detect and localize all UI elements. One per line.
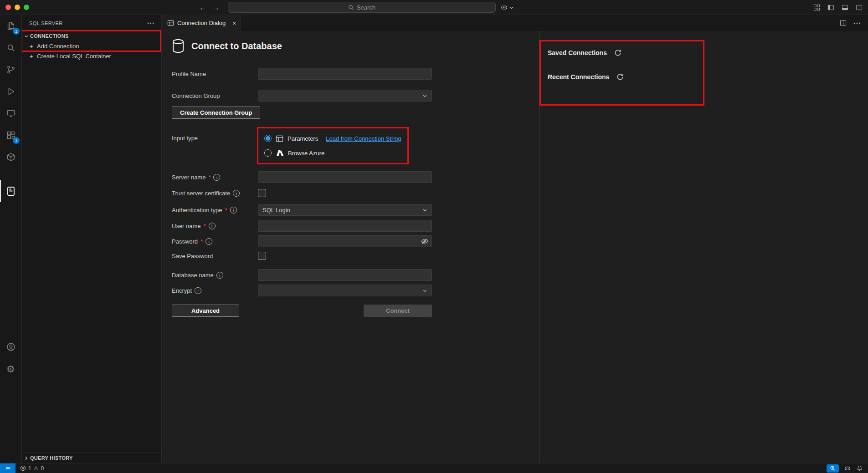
- saved-connections-refresh-button[interactable]: [614, 49, 621, 56]
- query-history-label: QUERY HISTORY: [30, 455, 73, 461]
- recent-connections-refresh-button[interactable]: [616, 73, 624, 81]
- server-name-row: Server name * i: [172, 171, 539, 183]
- problems-status[interactable]: 1 ⚠ 0: [20, 465, 44, 472]
- copilot-status-icon[interactable]: [844, 465, 851, 472]
- close-window-button[interactable]: [5, 5, 11, 10]
- azure-icon: [276, 149, 284, 157]
- activity-bar: 1 1: [0, 15, 22, 463]
- activity-remote-explorer[interactable]: [0, 102, 21, 124]
- close-tab-icon[interactable]: ×: [232, 20, 236, 27]
- sidebar-item-add-connection[interactable]: + Add Connection: [22, 41, 160, 51]
- info-icon: i: [195, 287, 201, 294]
- history-nav: ← →: [199, 0, 220, 15]
- add-connection-label: Add Connection: [37, 43, 79, 50]
- required-marker: *: [204, 223, 206, 229]
- annotation-box-input-type: Parameters Load from Connection String B…: [258, 128, 408, 163]
- activity-extensions[interactable]: 1: [0, 124, 21, 146]
- toggle-panel-icon[interactable]: [842, 4, 848, 11]
- extensions-badge: 1: [13, 137, 20, 144]
- editor-group: Connection Dialog × ···: [162, 15, 868, 463]
- trust-server-certificate-checkbox[interactable]: [258, 189, 266, 197]
- titlebar: ← → Search: [0, 0, 868, 15]
- browse-azure-radio[interactable]: [264, 149, 272, 157]
- toggle-sidebar-icon[interactable]: [827, 4, 834, 11]
- maximize-window-button[interactable]: [24, 5, 29, 10]
- password-row: Password * i: [172, 235, 539, 247]
- activity-bar-bottom: ⚙: [0, 336, 21, 380]
- required-marker: *: [200, 238, 203, 245]
- server-name-label: Server name: [172, 174, 205, 181]
- activity-settings[interactable]: ⚙: [0, 358, 21, 380]
- connections-section-label: CONNECTIONS: [30, 33, 69, 39]
- database-name-label: Database name: [172, 272, 214, 279]
- profile-name-input[interactable]: [258, 68, 432, 80]
- create-connection-group-button[interactable]: Create Connection Group: [172, 107, 260, 119]
- toggle-secondary-sidebar-icon[interactable]: [856, 4, 863, 11]
- trust-certificate-row: Trust server certificate i: [172, 189, 539, 197]
- activity-search[interactable]: [0, 37, 21, 59]
- create-local-sql-container-label: Create Local SQL Container: [37, 53, 111, 60]
- connect-button[interactable]: Connect: [364, 305, 432, 317]
- package-icon: [6, 152, 16, 162]
- sidebar-item-create-local-sql-container[interactable]: + Create Local SQL Container: [22, 51, 161, 61]
- sql-server-icon: [6, 186, 15, 196]
- load-from-connection-string-link[interactable]: Load from Connection String: [326, 135, 401, 142]
- split-editor-icon[interactable]: [840, 20, 847, 26]
- query-history-header[interactable]: QUERY HISTORY: [22, 453, 161, 463]
- save-password-checkbox[interactable]: [258, 252, 266, 260]
- gear-icon: ⚙: [6, 364, 15, 374]
- user-name-input[interactable]: [258, 220, 432, 232]
- annotation-box-connections: CONNECTIONS + Add Connection: [22, 31, 160, 51]
- server-name-input[interactable]: [258, 171, 432, 183]
- activity-accounts[interactable]: [0, 336, 21, 358]
- activity-database-projects[interactable]: [0, 146, 21, 168]
- remote-indicator[interactable]: ><: [0, 463, 15, 473]
- dialog-title: Connect to Database: [191, 41, 282, 51]
- activity-run-debug[interactable]: [0, 81, 21, 102]
- toggle-password-visibility-icon[interactable]: [421, 238, 428, 245]
- error-count: 1: [28, 465, 31, 472]
- profile-name-label: Profile Name: [172, 71, 206, 77]
- run-debug-icon: [6, 86, 16, 97]
- forward-icon[interactable]: →: [213, 4, 220, 11]
- activity-sql-server[interactable]: [0, 180, 21, 202]
- database-name-input[interactable]: [258, 269, 432, 281]
- connection-dialog-form: Connect to Database Profile Name Connect…: [162, 31, 539, 463]
- zoom-status-button[interactable]: [827, 464, 839, 473]
- input-type-label: Input type: [172, 135, 198, 142]
- tab-connection-dialog[interactable]: Connection Dialog ×: [162, 15, 241, 31]
- info-icon: i: [205, 238, 212, 245]
- window-controls: [5, 5, 29, 10]
- remote-icon: ><: [5, 466, 10, 471]
- notifications-bell-icon[interactable]: [856, 465, 863, 472]
- editor-more-actions-icon[interactable]: ···: [853, 20, 861, 26]
- editor-content: Connect to Database Profile Name Connect…: [162, 31, 868, 463]
- minimize-window-button[interactable]: [15, 5, 20, 10]
- encrypt-row: Encrypt i: [172, 285, 539, 296]
- connection-group-row: Connection Group: [172, 90, 539, 102]
- copilot-menu-button[interactable]: [500, 0, 514, 15]
- password-input[interactable]: [258, 235, 432, 247]
- browse-azure-radio-row: Browse Azure: [264, 147, 401, 158]
- parameters-icon: [276, 135, 283, 142]
- saved-connections-row: Saved Connections: [548, 49, 704, 56]
- parameters-radio-row: Parameters Load from Connection String: [264, 133, 401, 144]
- warning-icon: ⚠: [34, 465, 39, 472]
- annotation-box-saved-connections: Saved Connections Recent Connections: [540, 41, 704, 105]
- connections-section-header[interactable]: CONNECTIONS: [22, 31, 160, 41]
- advanced-button[interactable]: Advanced: [172, 305, 239, 317]
- info-icon: i: [233, 190, 240, 197]
- search-icon: [6, 43, 16, 53]
- parameters-radio[interactable]: [264, 135, 272, 142]
- encrypt-select[interactable]: [258, 285, 432, 296]
- authentication-type-select[interactable]: SQL Login: [258, 204, 432, 216]
- activity-source-control[interactable]: [0, 59, 21, 81]
- info-icon: i: [216, 272, 223, 279]
- search-input[interactable]: Search: [228, 2, 496, 13]
- activity-explorer[interactable]: 1: [0, 15, 21, 37]
- back-icon[interactable]: ←: [199, 4, 206, 11]
- recent-connections-row: Recent Connections: [548, 73, 704, 81]
- connection-group-select[interactable]: [258, 90, 432, 102]
- sidebar-more-actions-icon[interactable]: ···: [147, 20, 155, 26]
- customize-layout-icon[interactable]: [813, 4, 820, 11]
